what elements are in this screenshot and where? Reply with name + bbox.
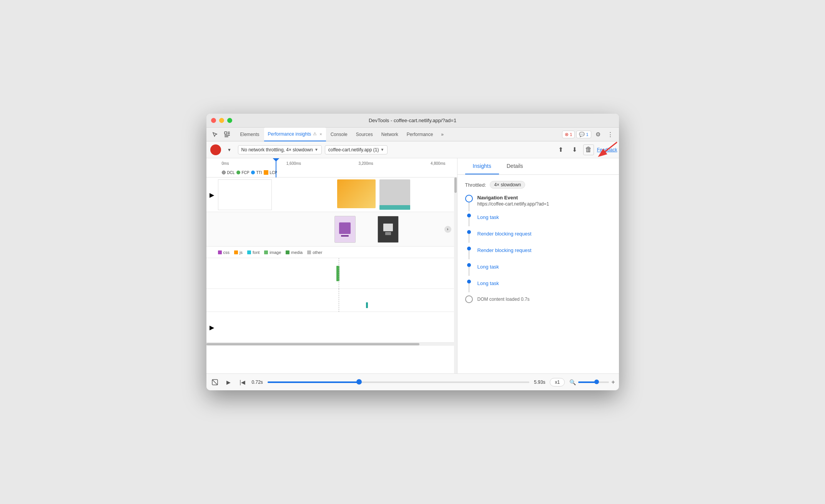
- gray-flamechart-bar[interactable]: [379, 179, 410, 208]
- expand-row-icon[interactable]: ▶: [210, 191, 214, 198]
- upload-icon[interactable]: ⬆: [556, 144, 566, 155]
- svg-rect-3: [228, 132, 230, 133]
- expand-row-2-icon[interactable]: ▶: [210, 323, 214, 331]
- zoom-fill: [578, 381, 597, 383]
- dropdown-arrow-icon[interactable]: ▼: [224, 144, 235, 155]
- record-button[interactable]: [210, 144, 221, 155]
- timeline-item-1: Render blocking request: [465, 229, 611, 243]
- legend-other: other: [307, 250, 322, 255]
- timeline-playhead[interactable]: [276, 158, 276, 177]
- lcp-color-box: [264, 170, 268, 175]
- panel-body: Throttled: 4× slowdown Navigation Event …: [457, 175, 619, 373]
- insights-timeline: Navigation Event https://coffee-cart.net…: [465, 195, 611, 310]
- dot-col-2: [465, 246, 473, 259]
- message-badge[interactable]: 💬 1: [576, 131, 591, 138]
- lcp-flamechart-bar[interactable]: [337, 179, 376, 208]
- screenshot-2[interactable]: [378, 216, 399, 243]
- svg-rect-2: [225, 136, 228, 137]
- connector-5: [469, 267, 469, 276]
- close-traffic-light[interactable]: [211, 118, 216, 123]
- tab-close-icon[interactable]: ×: [319, 132, 322, 136]
- time-start-label: 0.72s: [252, 380, 263, 385]
- tab-network[interactable]: Network: [378, 128, 402, 141]
- timeline-body: ▶: [206, 177, 457, 343]
- delete-icon[interactable]: 🗑: [583, 144, 594, 155]
- tti-dot: [251, 171, 255, 174]
- throttle-dropdown[interactable]: No network throttling, 4× slowdown ▼: [238, 145, 322, 154]
- render-blocking-1-link[interactable]: Render blocking request: [477, 229, 611, 238]
- render-blocking-2-link[interactable]: Render blocking request: [477, 246, 611, 255]
- more-tabs-button[interactable]: »: [437, 130, 447, 139]
- screenshot-1[interactable]: [334, 216, 356, 243]
- connector-2: [469, 217, 469, 226]
- throttle-row: Throttled: 4× slowdown: [465, 181, 611, 189]
- tab-sources[interactable]: Sources: [352, 128, 377, 141]
- url-dropdown[interactable]: coffee-cart.netlify.app (1) ▼: [325, 145, 388, 154]
- vertical-scrollbar[interactable]: [454, 177, 457, 373]
- teal-mini-bar: [366, 302, 368, 308]
- play-button[interactable]: ▶: [224, 378, 233, 387]
- zoom-in-icon[interactable]: +: [611, 379, 615, 386]
- vertical-scroll-thumb[interactable]: [454, 177, 457, 193]
- metrics-row: DCL FCP TTI LCP: [222, 170, 277, 175]
- zoom-thumb[interactable]: [594, 380, 599, 384]
- dom-label: DOM content loaded 0.7s: [477, 297, 530, 302]
- dom-circle: [465, 295, 473, 303]
- time-4800ms: 4,800ms: [431, 161, 445, 166]
- traffic-lights: [211, 118, 232, 123]
- download-icon[interactable]: ⬇: [569, 144, 580, 155]
- long-task-1-link[interactable]: Long task: [477, 213, 611, 222]
- tab-performance-insights[interactable]: Performance insights ⚠ ×: [264, 128, 326, 141]
- dom-content: DOM content loaded 0.7s: [477, 295, 611, 307]
- item-content-3: Long task: [477, 262, 611, 276]
- expand-screenshots-btn[interactable]: ›: [444, 226, 451, 233]
- toolbar-right: ⬆ ⬇ 🗑 Feedback ⚙ ?: [556, 144, 619, 155]
- dom-dot-col: [465, 295, 473, 307]
- dom-content-loaded-item: DOM content loaded 0.7s: [465, 295, 611, 307]
- item-content-2: Render blocking request: [477, 246, 611, 259]
- throttle-value: 4× slowdown: [490, 181, 525, 189]
- small-dot-2: [467, 247, 471, 250]
- tab-console[interactable]: Console: [327, 128, 351, 141]
- scrubber-fill: [268, 381, 359, 383]
- timeline-item-3: Long task: [465, 262, 611, 276]
- tab-performance[interactable]: Performance: [403, 128, 437, 141]
- tab-insights[interactable]: Insights: [465, 158, 499, 174]
- minimize-traffic-light[interactable]: [219, 118, 224, 123]
- small-dot-0: [467, 214, 471, 217]
- long-task-3-link[interactable]: Long task: [477, 279, 611, 288]
- screenshot-row: ›: [206, 212, 457, 247]
- nav-event-title: Navigation Event: [477, 195, 611, 201]
- window-title: DevTools - coffee-cart.netlify.app/?ad=1: [369, 118, 456, 123]
- more-options-icon[interactable]: ⋮: [605, 129, 616, 140]
- legend-js: js: [234, 250, 243, 255]
- dot-col-1: [465, 229, 473, 243]
- zoom-out-icon[interactable]: 🔍: [569, 379, 576, 385]
- tab-elements[interactable]: Elements: [236, 128, 263, 141]
- error-badge[interactable]: ⊗ 1: [562, 131, 575, 138]
- small-dot-4: [467, 280, 471, 284]
- network-details-row-2: [206, 289, 457, 312]
- skip-to-start-button[interactable]: |◀: [238, 378, 247, 387]
- scrubber-thumb[interactable]: [356, 379, 362, 385]
- svg-rect-1: [225, 135, 230, 136]
- teal-flamechart-bar[interactable]: [379, 205, 410, 210]
- speed-badge[interactable]: x1: [550, 378, 565, 386]
- timeline-area: 0ms 1,600ms 3,200ms 4,800ms DCL FCP TTI …: [206, 158, 457, 373]
- feedback-link[interactable]: Feedback: [597, 147, 617, 153]
- timeline-scrubber[interactable]: [268, 381, 529, 383]
- settings-icon[interactable]: ⚙: [593, 129, 604, 140]
- long-task-2-link[interactable]: Long task: [477, 262, 611, 271]
- cursor-icon[interactable]: [210, 129, 220, 140]
- tab-details[interactable]: Details: [499, 158, 531, 174]
- time-end-label: 5.93s: [534, 380, 545, 385]
- main-content: 0ms 1,600ms 3,200ms 4,800ms DCL FCP TTI …: [206, 158, 619, 373]
- item-content-4: Long task: [477, 279, 611, 292]
- horizontal-scrollbar[interactable]: [206, 343, 457, 346]
- inspector-icon[interactable]: [222, 129, 233, 140]
- dashed-timeline-line: [339, 258, 339, 289]
- horizontal-scroll-thumb[interactable]: [206, 343, 419, 345]
- maximize-traffic-light[interactable]: [227, 118, 232, 123]
- zoom-slider[interactable]: [578, 381, 609, 383]
- no-capture-icon[interactable]: [210, 378, 220, 387]
